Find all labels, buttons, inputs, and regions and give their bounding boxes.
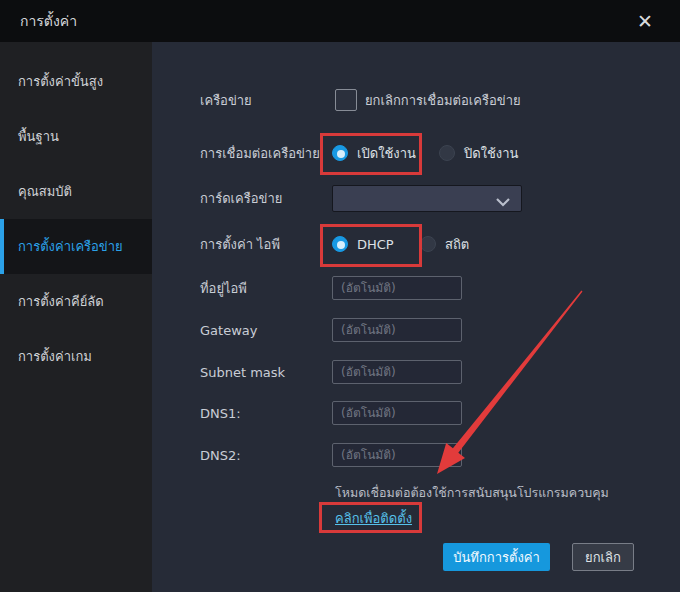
gateway-label: Gateway xyxy=(200,323,332,338)
settings-window: การตั้งค่า ✕ การตั้งค่าขั้นสูง พื้นฐาน ค… xyxy=(0,0,680,592)
cancel-button[interactable]: ยกเลิก xyxy=(572,543,634,571)
network-row: เครือข่าย ยกเลิกการเชื่อมต่อเครือข่าย xyxy=(200,86,670,114)
sidebar-item-label: คุณสมบัติ xyxy=(18,181,72,202)
adapter-dropdown[interactable] xyxy=(332,185,522,212)
ip-address-label: ที่อยู่ไอพี xyxy=(200,278,332,299)
disconnect-network-checkbox[interactable] xyxy=(335,89,357,111)
sidebar-item-label: การตั้งค่าเครือข่าย xyxy=(18,236,123,257)
adapter-label: การ์ดเครือข่าย xyxy=(200,188,332,209)
network-settings-panel: เครือข่าย ยกเลิกการเชื่อมต่อเครือข่าย กา… xyxy=(152,42,680,592)
dns2-label: DNS2: xyxy=(200,448,332,463)
disconnect-network-label: ยกเลิกการเชื่อมต่อเครือข่าย xyxy=(365,90,521,111)
sidebar-item-basic[interactable]: พื้นฐาน xyxy=(0,109,152,164)
static-radio-icon[interactable] xyxy=(420,236,436,252)
subnet-mask-row: Subnet mask xyxy=(200,358,670,386)
driver-support-hint: โหมดเชื่อมต่อต้องใช้การสนับสนุนโปรแกรมคว… xyxy=(335,483,609,503)
gateway-input[interactable] xyxy=(332,318,462,342)
adapter-row: การ์ดเครือข่าย xyxy=(200,184,670,212)
install-driver-link[interactable]: คลิกเพื่อติดตั้ง xyxy=(335,508,412,529)
sidebar-item-game-settings[interactable]: การตั้งค่าเกม xyxy=(0,329,152,384)
enable-radio-group[interactable]: เปิดใช้งาน xyxy=(332,139,416,167)
subnet-mask-label: Subnet mask xyxy=(200,365,332,380)
static-radio-label: สถิต xyxy=(445,234,469,255)
ip-mode-label: การตั้งค่า ไอพี xyxy=(200,234,332,255)
enable-radio-label: เปิดใช้งาน xyxy=(357,143,416,164)
close-icon[interactable]: ✕ xyxy=(628,0,662,42)
sidebar-item-advanced-settings[interactable]: การตั้งค่าขั้นสูง xyxy=(0,54,152,109)
dhcp-radio-icon[interactable] xyxy=(332,236,348,252)
dns1-row: DNS1: xyxy=(200,399,670,427)
ip-mode-row: การตั้งค่า ไอพี DHCP สถิต xyxy=(200,230,670,258)
title-bar: การตั้งค่า ✕ xyxy=(0,0,680,42)
save-settings-button[interactable]: บันทึกการตั้งค่า xyxy=(443,543,550,571)
sidebar-item-label: การตั้งค่าคีย์ลัด xyxy=(18,291,104,312)
enable-radio-icon[interactable] xyxy=(332,145,348,161)
dns2-row: DNS2: xyxy=(200,441,670,469)
sidebar-item-properties[interactable]: คุณสมบัติ xyxy=(0,164,152,219)
network-label: เครือข่าย xyxy=(200,90,332,111)
sidebar-item-label: การตั้งค่าขั้นสูง xyxy=(18,71,103,92)
dhcp-radio-group[interactable]: DHCP xyxy=(332,230,394,258)
ip-address-row: ที่อยู่ไอพี xyxy=(200,274,670,302)
disable-radio-icon[interactable] xyxy=(439,145,455,161)
gateway-row: Gateway xyxy=(200,316,670,344)
sidebar-item-network-settings[interactable]: การตั้งค่าเครือข่าย xyxy=(0,219,152,274)
disable-radio-group[interactable]: ปิดใช้งาน xyxy=(439,139,518,167)
subnet-mask-input[interactable] xyxy=(332,360,462,384)
sidebar-item-label: การตั้งค่าเกม xyxy=(18,346,92,367)
ip-address-input[interactable] xyxy=(332,276,462,300)
dns1-label: DNS1: xyxy=(200,406,332,421)
dhcp-radio-label: DHCP xyxy=(357,237,394,252)
disable-radio-label: ปิดใช้งาน xyxy=(464,143,518,164)
sidebar: การตั้งค่าขั้นสูง พื้นฐาน คุณสมบัติ การต… xyxy=(0,42,152,592)
sidebar-item-shortcut-settings[interactable]: การตั้งค่าคีย์ลัด xyxy=(0,274,152,329)
static-radio-group[interactable]: สถิต xyxy=(420,230,469,258)
dns2-input[interactable] xyxy=(332,443,462,467)
chevron-down-icon xyxy=(495,193,511,212)
window-title: การตั้งค่า xyxy=(0,10,77,32)
connection-row: การเชื่อมต่อเครือข่าย เปิดใช้งาน ปิดใช้ง… xyxy=(200,139,670,167)
sidebar-item-label: พื้นฐาน xyxy=(18,126,59,147)
dns1-input[interactable] xyxy=(332,401,462,425)
connection-label: การเชื่อมต่อเครือข่าย xyxy=(200,143,332,164)
